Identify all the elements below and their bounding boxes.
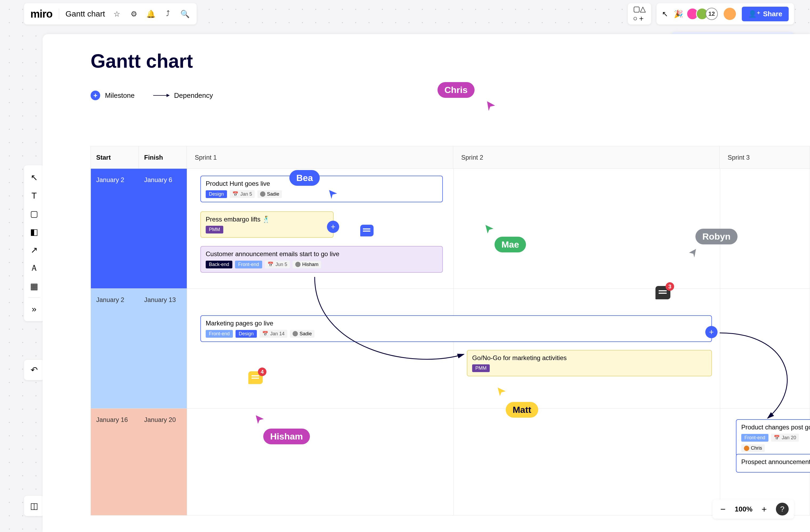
legend-dependency: Dependency	[153, 92, 213, 100]
current-user-avatar[interactable]	[724, 8, 736, 20]
app-logo[interactable]: miro	[30, 8, 52, 20]
sidebar-toggle[interactable]: ◫	[24, 496, 44, 516]
comment-count-badge: 3	[666, 282, 674, 291]
task-title: Product changes post goes	[741, 423, 810, 431]
canvas-board[interactable]: Gantt chart + Milestone Dependency Start…	[43, 34, 810, 532]
col-finish: Finish	[139, 146, 187, 168]
left-toolbar: ↖ T ▢ ◧ ↗ Ａ ▦ »	[24, 165, 44, 321]
select-tool[interactable]: ↖	[26, 170, 42, 186]
tag-design: Design	[206, 190, 227, 198]
board-title[interactable]: Gantt chart	[66, 9, 105, 18]
top-right-cluster: ▢△○＋ ↖ 🎉 12 👤⁺ Share	[628, 3, 794, 25]
task-title: Prospect announcement 👋	[741, 458, 810, 466]
task-card[interactable]: Product Hunt goes live Design 📅 Jan 5 Sa…	[200, 176, 443, 202]
row-start: January 2	[91, 169, 139, 288]
zoom-value[interactable]: 100%	[735, 505, 753, 513]
share-label: Share	[763, 10, 782, 18]
zoom-out-button[interactable]: −	[718, 504, 728, 514]
task-card[interactable]: Go/No-Go for marketing activities PMM	[467, 350, 712, 376]
row-start: January 2	[91, 289, 139, 408]
cursor-pill-robyn: Robyn	[695, 229, 738, 244]
presentation-tools: ↖ 🎉 12 👤⁺ Share	[657, 3, 794, 25]
task-title: Customer announcement emails start to go…	[206, 250, 438, 258]
undo-button[interactable]: ↶	[24, 360, 44, 380]
comment-icon[interactable]: 4	[248, 371, 263, 384]
zoom-controls: − 100% + ?	[712, 499, 794, 519]
cursor-icon	[485, 100, 497, 112]
cursor-icon	[328, 189, 338, 199]
arrow-icon	[153, 95, 169, 96]
cursor-icon	[687, 247, 698, 258]
help-button[interactable]: ?	[776, 503, 789, 515]
apps-button[interactable]: ▢△○＋	[628, 3, 651, 25]
legend-milestone-label: Milestone	[105, 92, 134, 100]
milestone-add-button[interactable]: +	[705, 326, 717, 338]
tag-backend: Back-end	[206, 261, 232, 269]
pen-tool[interactable]: Ａ	[26, 260, 42, 276]
settings-icon[interactable]: ⚙	[128, 9, 139, 19]
task-card[interactable]: Product changes post goes Front-end 📅 Ja…	[736, 419, 810, 456]
share-button[interactable]: 👤⁺ Share	[742, 7, 789, 21]
task-title: Go/No-Go for marketing activities	[472, 354, 707, 362]
avatar-overflow-count[interactable]: 12	[706, 8, 718, 20]
apps-icon: ▢△○＋	[633, 4, 646, 23]
top-toolbar: miro Gantt chart ☆ ⚙ 🔔 ⤴ 🔍	[24, 3, 197, 25]
tag-pmm: PMM	[206, 226, 223, 233]
bell-icon[interactable]: 🔔	[145, 9, 156, 19]
person-add-icon: 👤⁺	[748, 10, 760, 18]
legend-milestone: + Milestone	[91, 91, 134, 100]
comment-icon[interactable]	[360, 225, 374, 237]
gantt-row: January 16 January 20 Product changes po…	[91, 408, 810, 515]
cursor-mode-icon[interactable]: ↖	[662, 10, 668, 18]
col-sprint-3: Sprint 3	[720, 146, 810, 168]
comment-count-badge: 4	[258, 368, 266, 376]
cursor-pill-bea: Bea	[289, 170, 320, 186]
row-finish: January 13	[139, 289, 187, 408]
task-date: 📅 Jan 20	[771, 434, 799, 442]
zoom-in-button[interactable]: +	[759, 504, 770, 514]
task-card[interactable]: Marketing pages go live Front-end Design…	[200, 315, 712, 342]
gantt-row: January 2 January 13 Marketing pages go …	[91, 289, 810, 408]
task-card[interactable]: Press embargo lifts 🕺 PMM	[200, 211, 334, 238]
text-tool[interactable]: T	[26, 188, 42, 204]
row-start: January 16	[91, 408, 139, 515]
search-icon[interactable]: 🔍	[180, 9, 190, 19]
frame-tool[interactable]: ▦	[26, 278, 42, 294]
row-body[interactable]: Product changes post goes Front-end 📅 Ja…	[187, 408, 810, 515]
milestone-add-button[interactable]: +	[327, 221, 339, 233]
tag-frontend: Front-end	[235, 261, 262, 269]
cursor-icon	[484, 223, 495, 234]
more-tools[interactable]: »	[26, 301, 42, 317]
row-finish: January 20	[139, 408, 187, 515]
col-start: Start	[91, 146, 139, 168]
task-date: 📅 Jun 5	[265, 260, 290, 269]
gantt-table: Start Finish Sprint 1 Sprint 2 Sprint 3 …	[91, 146, 810, 515]
col-sprint-1: Sprint 1	[187, 146, 453, 168]
cursor-pill-mae: Mae	[495, 237, 526, 253]
task-assignee: Chris	[741, 444, 765, 452]
tag-design: Design	[236, 330, 257, 338]
reactions-icon[interactable]: 🎉	[674, 10, 683, 18]
cursor-pill-matt: Matt	[506, 402, 538, 418]
task-card[interactable]: Customer announcement emails start to go…	[200, 246, 443, 273]
tag-frontend: Front-end	[741, 434, 768, 442]
separator	[28, 297, 40, 298]
row-finish: January 6	[139, 169, 187, 288]
shape-tool[interactable]: ◧	[26, 224, 42, 240]
tag-pmm: PMM	[472, 364, 490, 372]
cursor-pill-chris: Chris	[438, 82, 474, 98]
line-tool[interactable]: ↗	[26, 242, 42, 258]
task-assignee: Hisham	[293, 261, 321, 269]
task-title: Press embargo lifts 🕺	[206, 216, 328, 223]
col-sprint-2: Sprint 2	[453, 146, 720, 168]
task-title: Product Hunt goes live	[206, 180, 438, 187]
star-icon[interactable]: ☆	[111, 9, 122, 19]
collaborator-avatars[interactable]: 12	[689, 8, 718, 20]
legend-dependency-label: Dependency	[174, 92, 213, 100]
page-title: Gantt chart	[91, 50, 810, 72]
comment-icon[interactable]: 3	[655, 286, 670, 299]
task-card[interactable]: Prospect announcement 👋	[736, 454, 810, 472]
export-icon[interactable]: ⤴	[163, 9, 173, 19]
sticky-tool[interactable]: ▢	[26, 206, 42, 222]
cursor-icon	[254, 414, 265, 424]
